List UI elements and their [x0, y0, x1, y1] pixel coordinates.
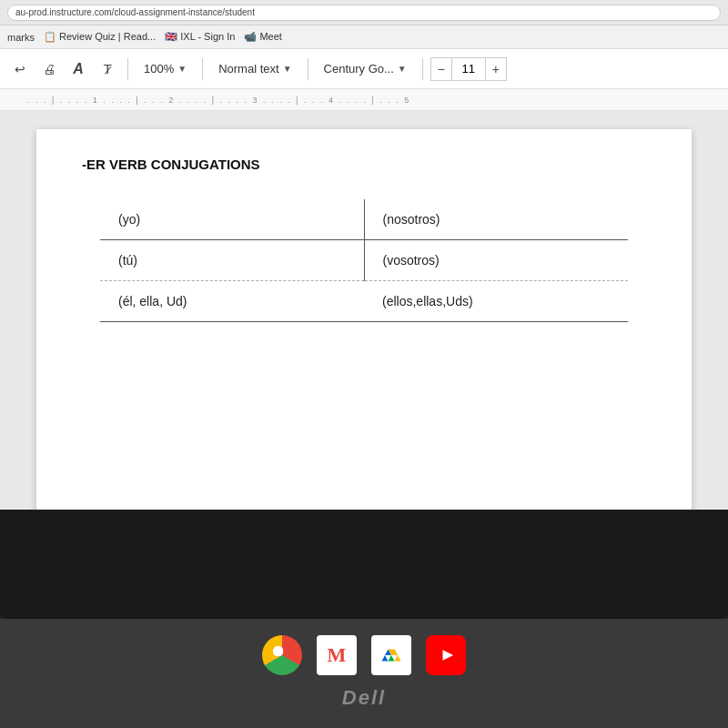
- text-style-dropdown[interactable]: Normal text ▼: [210, 57, 299, 80]
- font-size-decrease-button[interactable]: −: [430, 57, 452, 81]
- separator-1: [127, 58, 128, 80]
- font-label: Century Go...: [324, 62, 394, 76]
- dock-gmail-icon[interactable]: M: [317, 635, 357, 675]
- font-style-button[interactable]: A: [66, 56, 91, 82]
- taskbar: M Dell: [0, 619, 728, 728]
- font-arrow: ▼: [398, 64, 407, 74]
- ruler: . . . | . . . . 1 . . . . | . . . 2 . . …: [0, 89, 728, 111]
- separator-3: [308, 58, 308, 80]
- cell-vosotros: (vosotros): [364, 240, 628, 281]
- browser-window: au-prod.instructure.com/cloud-assignment…: [0, 0, 728, 510]
- dell-logo: Dell: [342, 686, 386, 710]
- table-row: (yo) (nosotros): [100, 199, 628, 240]
- document-title: -ER VERB CONJUGATIONS: [82, 157, 646, 172]
- document-area: -ER VERB CONJUGATIONS (yo) (nosotros): [0, 111, 728, 510]
- zoom-dropdown[interactable]: 100% ▼: [136, 57, 195, 80]
- bookmarks-bar: marks 📋 Review Quiz | Read... 🇬🇧 IXL - S…: [0, 25, 728, 49]
- table-row: (él, ella, Ud) (ellos,ellas,Uds): [100, 281, 628, 322]
- bookmark-marks[interactable]: marks: [7, 32, 35, 43]
- bookmark-quiz[interactable]: 📋 Review Quiz | Read...: [44, 31, 156, 43]
- url-text: au-prod.instructure.com/cloud-assignment…: [15, 7, 255, 17]
- text-style-arrow: ▼: [283, 64, 292, 74]
- undo-button[interactable]: ↩: [7, 56, 33, 82]
- cell-ellos: (ellos,ellas,Uds): [364, 281, 628, 322]
- document-page: -ER VERB CONJUGATIONS (yo) (nosotros): [36, 129, 692, 510]
- cell-nosotros: (nosotros): [364, 199, 628, 240]
- cell-yo: (yo): [100, 199, 364, 240]
- font-dropdown[interactable]: Century Go... ▼: [316, 57, 415, 80]
- clear-format-button[interactable]: T̷: [95, 56, 120, 82]
- separator-2: [202, 58, 203, 80]
- dock-drive-icon[interactable]: [371, 635, 411, 675]
- laptop-screen: au-prod.instructure.com/cloud-assignment…: [0, 0, 728, 619]
- font-size-increase-button[interactable]: +: [485, 57, 507, 81]
- cell-el-ella: (él, ella, Ud): [100, 281, 364, 322]
- separator-4: [422, 58, 423, 80]
- docs-toolbar: ↩ 🖨 A T̷ 100% ▼ Normal text ▼ Century Go…: [0, 49, 728, 89]
- dock: M: [262, 635, 466, 675]
- dock-youtube-icon[interactable]: [426, 635, 466, 675]
- zoom-arrow: ▼: [177, 64, 187, 74]
- conjugation-table: (yo) (nosotros) (tú) (vosotros): [100, 199, 628, 322]
- table-row: (tú) (vosotros): [100, 240, 628, 281]
- zoom-value: 100%: [144, 62, 174, 76]
- browser-bar: au-prod.instructure.com/cloud-assignment…: [0, 0, 728, 25]
- bookmark-meet[interactable]: 📹 Meet: [244, 31, 282, 43]
- text-style-label: Normal text: [218, 62, 278, 76]
- print-button[interactable]: 🖨: [36, 56, 62, 82]
- dock-chrome-icon[interactable]: [262, 635, 302, 675]
- font-size-control: − +: [430, 57, 507, 81]
- url-bar[interactable]: au-prod.instructure.com/cloud-assignment…: [7, 5, 721, 21]
- bookmark-ixl[interactable]: 🇬🇧 IXL - Sign In: [165, 31, 235, 43]
- ruler-marks: . . . | . . . . 1 . . . . | . . . 2 . . …: [27, 89, 410, 111]
- font-size-input[interactable]: [452, 57, 485, 81]
- cell-tu: (tú): [100, 240, 364, 281]
